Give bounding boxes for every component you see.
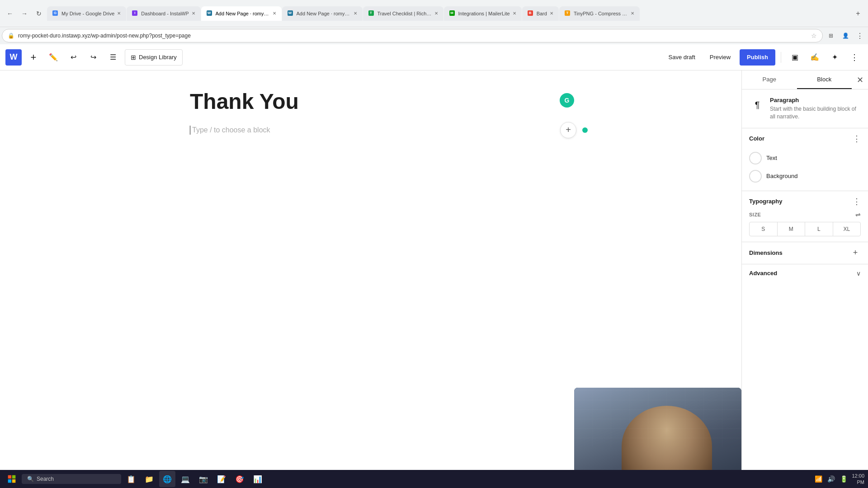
tab-favicon-add-new-page-1: W bbox=[207, 10, 213, 17]
taskbar-file-explorer[interactable]: 📁 bbox=[141, 471, 157, 487]
design-library-button[interactable]: ⊞ Design Library bbox=[125, 49, 183, 66]
browser-chrome: ← → ↻ G My Drive - Google Drive ✕ I Dash… bbox=[0, 0, 868, 27]
browser-tab-google-drive[interactable]: G My Drive - Google Drive ✕ bbox=[47, 6, 126, 21]
browser-tab-tinypng[interactable]: T TinyPNG - Compress We... ✕ bbox=[559, 6, 640, 21]
taskbar-date: PM bbox=[852, 479, 864, 485]
browser-tab-mailerlite[interactable]: M Integrations | MailerLite ✕ bbox=[444, 6, 522, 21]
menu-button[interactable]: ⋮ bbox=[854, 29, 866, 42]
back-button[interactable]: ← bbox=[4, 7, 16, 20]
svg-rect-3 bbox=[12, 479, 16, 483]
typography-section: Typography ⋮ SIZE ⇌ SMLXL bbox=[742, 191, 868, 242]
size-btn-m[interactable]: M bbox=[778, 222, 806, 236]
text-color-option: Text bbox=[749, 149, 861, 167]
add-block-toolbar-button[interactable]: + bbox=[25, 49, 42, 66]
tab-close-mailerlite[interactable]: ✕ bbox=[513, 11, 516, 16]
size-btn-s[interactable]: S bbox=[750, 222, 778, 236]
size-btn-xl[interactable]: XL bbox=[833, 222, 861, 236]
tab-close-add-new-page-2[interactable]: ✕ bbox=[354, 11, 357, 16]
editor-area[interactable]: G Thank You Type / to choose a block + bbox=[0, 70, 741, 487]
tab-label-google-drive: My Drive - Google Drive bbox=[61, 11, 114, 16]
taskbar-app-5[interactable]: 📊 bbox=[250, 471, 266, 487]
add-block-button[interactable]: + bbox=[560, 122, 576, 138]
tab-close-instawp-dashboard[interactable]: ✕ bbox=[192, 11, 195, 16]
redo-button[interactable]: ↪ bbox=[85, 49, 101, 66]
size-btn-l[interactable]: L bbox=[805, 222, 833, 236]
text-color-circle[interactable] bbox=[749, 152, 762, 164]
start-button[interactable] bbox=[4, 471, 20, 487]
tools-button[interactable]: ✏️ bbox=[45, 49, 61, 66]
tab-close-add-new-page-1[interactable]: ✕ bbox=[273, 11, 276, 16]
panel-close-button[interactable]: ✕ bbox=[852, 72, 868, 88]
tab-close-bard[interactable]: ✕ bbox=[550, 11, 553, 16]
extensions-button[interactable]: ⊞ bbox=[825, 29, 837, 42]
new-tab-button[interactable]: + bbox=[852, 7, 864, 20]
dimensions-add-button[interactable]: + bbox=[850, 248, 861, 258]
size-reset-button[interactable]: ⇌ bbox=[855, 211, 861, 218]
block-tab[interactable]: Block bbox=[797, 70, 852, 89]
forward-button[interactable]: → bbox=[18, 7, 31, 20]
browser-nav: 🔒 romy-pocket-duro.instawp.xyz/wp-admin/… bbox=[0, 27, 868, 44]
taskbar-time: 12:00 bbox=[852, 473, 864, 479]
size-label: SIZE bbox=[749, 212, 761, 217]
status-dot bbox=[582, 127, 588, 133]
publish-button[interactable]: Publish bbox=[740, 49, 775, 66]
options-button[interactable]: ✦ bbox=[826, 49, 843, 66]
tray-sound-icon[interactable]: 🔊 bbox=[826, 474, 835, 483]
taskbar-app-2[interactable]: 📷 bbox=[195, 471, 212, 487]
block-details: Paragraph Start with the basic building … bbox=[770, 97, 861, 121]
tab-favicon-bard: B bbox=[528, 10, 534, 17]
browser-tab-instawp-dashboard[interactable]: I Dashboard - InstaWP ✕ bbox=[127, 6, 200, 21]
color-section-header: Color ⋮ bbox=[749, 134, 861, 144]
user-button[interactable]: 👤 bbox=[839, 29, 852, 42]
search-icon: 🔍 bbox=[27, 476, 34, 482]
tray-battery-icon[interactable]: 🔋 bbox=[839, 474, 848, 483]
panel-tabs-row: Page Block ✕ bbox=[742, 70, 868, 89]
bookmark-icon[interactable]: ☆ bbox=[811, 32, 817, 39]
tab-label-add-new-page-2: Add New Page · romy-po... bbox=[297, 11, 351, 16]
more-tools-button[interactable]: ⋮ bbox=[846, 49, 863, 66]
page-title[interactable]: Thank You bbox=[190, 89, 552, 115]
taskbar-search[interactable]: 🔍 Search bbox=[22, 474, 121, 484]
advanced-title: Advanced bbox=[749, 270, 777, 277]
taskbar-chrome[interactable]: 🌐 bbox=[159, 471, 175, 487]
reload-button[interactable]: ↻ bbox=[33, 7, 45, 20]
tab-favicon-mailerlite: M bbox=[449, 10, 456, 17]
browser-tab-travel-checklist[interactable]: T Travel Checklist | Rich te... ✕ bbox=[363, 6, 443, 21]
typography-more-button[interactable]: ⋮ bbox=[853, 197, 861, 206]
grammarly-button[interactable]: G bbox=[560, 93, 574, 108]
taskbar-app-4[interactable]: 🎯 bbox=[231, 471, 248, 487]
block-placeholder[interactable]: Type / to choose a block bbox=[190, 126, 270, 135]
text-cursor bbox=[190, 126, 190, 135]
page-tab[interactable]: Page bbox=[742, 70, 797, 89]
tab-favicon-google-drive: G bbox=[52, 10, 59, 17]
address-bar[interactable]: 🔒 romy-pocket-duro.instawp.xyz/wp-admin/… bbox=[2, 29, 823, 42]
undo-button[interactable]: ↩ bbox=[65, 49, 81, 66]
browser-tab-add-new-page-2[interactable]: W Add New Page · romy-po... ✕ bbox=[282, 6, 363, 21]
advanced-header[interactable]: Advanced ∨ bbox=[749, 270, 861, 277]
windows-logo-icon bbox=[7, 474, 16, 483]
tab-close-tinypng[interactable]: ✕ bbox=[631, 11, 634, 16]
background-color-circle[interactable] bbox=[749, 170, 762, 183]
taskbar-app-3[interactable]: 📝 bbox=[213, 471, 230, 487]
color-more-button[interactable]: ⋮ bbox=[853, 134, 861, 144]
browser-tab-add-new-page-1[interactable]: W Add New Page · romy-po... ✕ bbox=[201, 6, 282, 21]
tab-close-google-drive[interactable]: ✕ bbox=[117, 11, 121, 16]
browser-tab-bard[interactable]: B Bard ✕ bbox=[522, 6, 559, 21]
browser-actions: ⊞ 👤 ⋮ bbox=[825, 29, 866, 42]
dimensions-section: Dimensions + bbox=[742, 242, 868, 264]
details-button[interactable]: ✍️ bbox=[807, 49, 823, 66]
tab-close-travel-checklist[interactable]: ✕ bbox=[434, 11, 438, 16]
address-text: romy-pocket-duro.instawp.xyz/wp-admin/po… bbox=[18, 33, 807, 39]
taskbar-tray: 📶 🔊 🔋 12:00 PM bbox=[814, 473, 864, 486]
tab-label-travel-checklist: Travel Checklist | Rich te... bbox=[377, 11, 432, 16]
taskbar-widgets[interactable]: 📋 bbox=[123, 471, 139, 487]
dimensions-title: Dimensions bbox=[749, 249, 783, 256]
document-overview-button[interactable]: ☰ bbox=[105, 49, 121, 66]
toolbar-separator bbox=[781, 52, 781, 63]
taskbar-app-1[interactable]: 💻 bbox=[177, 471, 193, 487]
preview-button[interactable]: Preview bbox=[704, 51, 736, 63]
toggle-view-button[interactable]: ▣ bbox=[787, 49, 803, 66]
tray-network-icon[interactable]: 📶 bbox=[814, 474, 823, 483]
tab-label-tinypng: TinyPNG - Compress We... bbox=[574, 11, 628, 16]
save-draft-button[interactable]: Save draft bbox=[663, 51, 701, 63]
